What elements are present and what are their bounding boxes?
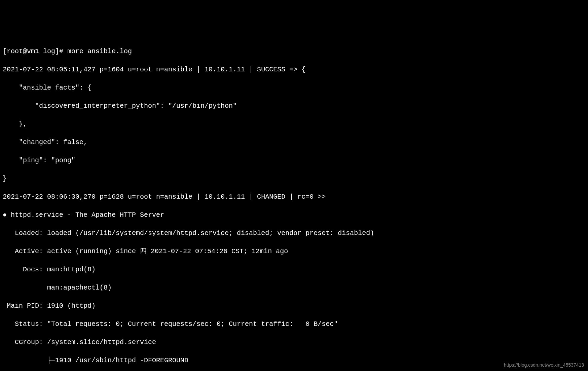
log-line: 2021-07-22 08:06:30,270 p=1628 u=root n=… — [3, 192, 585, 201]
log-line: Loaded: loaded (/usr/lib/systemd/system/… — [3, 229, 585, 238]
terminal-output: [root@vm1 log]# more ansible.log 2021-07… — [3, 38, 585, 371]
log-line: man:apachectl(8) — [3, 283, 585, 292]
log-line: Docs: man:httpd(8) — [3, 265, 585, 274]
watermark-text: https://blog.csdn.net/weixin_45537413 — [504, 362, 584, 368]
log-line: "ansible_facts": { — [3, 83, 585, 92]
log-line: }, — [3, 120, 585, 129]
log-line: "discovered_interpreter_python": "/usr/b… — [3, 101, 585, 110]
log-line: Main PID: 1910 (httpd) — [3, 301, 585, 310]
shell-prompt-line: [root@vm1 log]# more ansible.log — [3, 47, 585, 56]
log-line: Active: active (running) since 四 2021-07… — [3, 247, 585, 256]
log-line: "changed": false, — [3, 138, 585, 147]
log-line: "ping": "pong" — [3, 156, 585, 165]
log-line: ● httpd.service - The Apache HTTP Server — [3, 210, 585, 220]
log-line: CGroup: /system.slice/httpd.service — [3, 338, 585, 347]
log-line: } — [3, 174, 585, 183]
log-line: ├─1910 /usr/sbin/httpd -DFOREGROUND — [3, 356, 585, 365]
log-line: 2021-07-22 08:05:11,427 p=1604 u=root n=… — [3, 65, 585, 74]
log-line: Status: "Total requests: 0; Current requ… — [3, 319, 585, 329]
